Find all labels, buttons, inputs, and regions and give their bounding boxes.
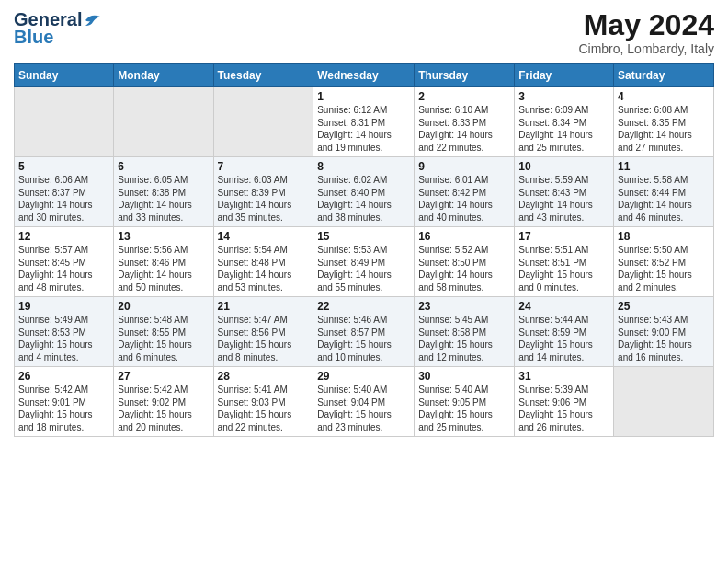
- calendar-week-2: 5Sunrise: 6:06 AMSunset: 8:37 PMDaylight…: [15, 157, 714, 227]
- day-info: Sunrise: 5:48 AMSunset: 8:55 PMDaylight:…: [118, 314, 209, 363]
- calendar-cell: 23Sunrise: 5:45 AMSunset: 8:58 PMDayligh…: [415, 297, 515, 367]
- day-info: Sunrise: 6:12 AMSunset: 8:31 PMDaylight:…: [317, 104, 410, 154]
- day-info: Sunrise: 5:58 AMSunset: 8:44 PMDaylight:…: [618, 174, 710, 224]
- col-thursday: Thursday: [415, 64, 515, 87]
- calendar-cell: 22Sunrise: 5:46 AMSunset: 8:57 PMDayligh…: [313, 297, 415, 367]
- header: General Blue May 2024 Cimbro, Lombardy, …: [14, 9, 714, 56]
- calendar-cell: 9Sunrise: 6:01 AMSunset: 8:42 PMDaylight…: [415, 157, 515, 227]
- calendar-cell: 13Sunrise: 5:56 AMSunset: 8:46 PMDayligh…: [114, 227, 213, 297]
- calendar-cell: 27Sunrise: 5:42 AMSunset: 9:02 PMDayligh…: [114, 367, 213, 437]
- day-number: 1: [317, 90, 410, 103]
- calendar-cell: 30Sunrise: 5:40 AMSunset: 9:05 PMDayligh…: [415, 367, 515, 437]
- day-info: Sunrise: 5:52 AMSunset: 8:50 PMDaylight:…: [418, 244, 510, 293]
- day-number: 9: [418, 160, 510, 173]
- calendar-header-row: Sunday Monday Tuesday Wednesday Thursday…: [15, 64, 714, 87]
- calendar-cell: 5Sunrise: 6:06 AMSunset: 8:37 PMDaylight…: [15, 157, 114, 227]
- day-number: 6: [118, 160, 209, 173]
- calendar-cell: 18Sunrise: 5:50 AMSunset: 8:52 PMDayligh…: [614, 227, 714, 297]
- day-number: 20: [118, 300, 209, 313]
- day-info: Sunrise: 5:43 AMSunset: 9:00 PMDaylight:…: [618, 314, 710, 363]
- day-number: 29: [317, 370, 410, 383]
- day-info: Sunrise: 5:40 AMSunset: 9:04 PMDaylight:…: [317, 384, 410, 433]
- calendar-cell: 1Sunrise: 6:12 AMSunset: 8:31 PMDaylight…: [313, 87, 415, 157]
- calendar-cell: 17Sunrise: 5:51 AMSunset: 8:51 PMDayligh…: [515, 227, 614, 297]
- day-info: Sunrise: 5:40 AMSunset: 9:05 PMDaylight:…: [418, 384, 510, 433]
- day-info: Sunrise: 5:51 AMSunset: 8:51 PMDaylight:…: [518, 244, 609, 293]
- calendar-week-5: 26Sunrise: 5:42 AMSunset: 9:01 PMDayligh…: [15, 367, 714, 437]
- day-number: 28: [218, 370, 310, 383]
- day-number: 10: [518, 160, 609, 173]
- logo-blue: Blue: [14, 27, 53, 48]
- day-number: 24: [518, 300, 609, 313]
- day-number: 12: [18, 230, 109, 243]
- day-number: 31: [518, 370, 609, 383]
- day-number: 17: [518, 230, 609, 243]
- day-info: Sunrise: 5:41 AMSunset: 9:03 PMDaylight:…: [218, 384, 310, 433]
- calendar-cell: 20Sunrise: 5:48 AMSunset: 8:55 PMDayligh…: [114, 297, 213, 367]
- day-info: Sunrise: 6:09 AMSunset: 8:34 PMDaylight:…: [518, 104, 609, 154]
- day-number: 8: [317, 160, 410, 173]
- day-info: Sunrise: 5:42 AMSunset: 9:01 PMDaylight:…: [18, 384, 109, 433]
- day-info: Sunrise: 6:10 AMSunset: 8:33 PMDaylight:…: [418, 104, 510, 154]
- day-info: Sunrise: 6:06 AMSunset: 8:37 PMDaylight:…: [18, 174, 109, 224]
- day-info: Sunrise: 5:49 AMSunset: 8:53 PMDaylight:…: [18, 314, 109, 363]
- day-number: 2: [418, 90, 510, 103]
- day-number: 25: [618, 300, 710, 313]
- day-info: Sunrise: 6:05 AMSunset: 8:38 PMDaylight:…: [118, 174, 209, 224]
- month-title: May 2024: [578, 9, 714, 41]
- calendar-cell: 28Sunrise: 5:41 AMSunset: 9:03 PMDayligh…: [213, 367, 313, 437]
- day-info: Sunrise: 6:02 AMSunset: 8:40 PMDaylight:…: [317, 174, 410, 224]
- calendar-cell: 16Sunrise: 5:52 AMSunset: 8:50 PMDayligh…: [415, 227, 515, 297]
- calendar-cell: 4Sunrise: 6:08 AMSunset: 8:35 PMDaylight…: [614, 87, 714, 157]
- day-info: Sunrise: 5:46 AMSunset: 8:57 PMDaylight:…: [317, 314, 410, 363]
- calendar-cell: 15Sunrise: 5:53 AMSunset: 8:49 PMDayligh…: [313, 227, 415, 297]
- calendar-cell: 19Sunrise: 5:49 AMSunset: 8:53 PMDayligh…: [15, 297, 114, 367]
- logo: General Blue: [14, 9, 102, 48]
- day-info: Sunrise: 6:03 AMSunset: 8:39 PMDaylight:…: [218, 174, 310, 224]
- day-number: 3: [518, 90, 609, 103]
- day-number: 19: [18, 300, 109, 313]
- day-number: 22: [317, 300, 410, 313]
- day-info: Sunrise: 5:44 AMSunset: 8:59 PMDaylight:…: [518, 314, 609, 363]
- calendar-cell: 2Sunrise: 6:10 AMSunset: 8:33 PMDaylight…: [415, 87, 515, 157]
- calendar-cell: 24Sunrise: 5:44 AMSunset: 8:59 PMDayligh…: [515, 297, 614, 367]
- title-area: May 2024 Cimbro, Lombardy, Italy: [578, 9, 714, 56]
- day-info: Sunrise: 5:57 AMSunset: 8:45 PMDaylight:…: [18, 244, 109, 293]
- calendar-cell: 25Sunrise: 5:43 AMSunset: 9:00 PMDayligh…: [614, 297, 714, 367]
- col-monday: Monday: [114, 64, 213, 87]
- calendar-cell: [15, 87, 114, 157]
- day-info: Sunrise: 5:39 AMSunset: 9:06 PMDaylight:…: [518, 384, 609, 433]
- day-number: 14: [218, 230, 310, 243]
- day-info: Sunrise: 5:50 AMSunset: 8:52 PMDaylight:…: [618, 244, 710, 293]
- day-number: 11: [618, 160, 710, 173]
- calendar-cell: [614, 367, 714, 437]
- day-number: 15: [317, 230, 410, 243]
- calendar-table: Sunday Monday Tuesday Wednesday Thursday…: [14, 63, 714, 437]
- day-info: Sunrise: 6:01 AMSunset: 8:42 PMDaylight:…: [418, 174, 510, 224]
- calendar-cell: 31Sunrise: 5:39 AMSunset: 9:06 PMDayligh…: [515, 367, 614, 437]
- day-number: 18: [618, 230, 710, 243]
- day-info: Sunrise: 5:45 AMSunset: 8:58 PMDaylight:…: [418, 314, 510, 363]
- day-info: Sunrise: 5:59 AMSunset: 8:43 PMDaylight:…: [518, 174, 609, 224]
- day-info: Sunrise: 6:08 AMSunset: 8:35 PMDaylight:…: [618, 104, 710, 154]
- calendar-week-1: 1Sunrise: 6:12 AMSunset: 8:31 PMDaylight…: [15, 87, 714, 157]
- calendar-cell: 14Sunrise: 5:54 AMSunset: 8:48 PMDayligh…: [213, 227, 313, 297]
- calendar-cell: 11Sunrise: 5:58 AMSunset: 8:44 PMDayligh…: [614, 157, 714, 227]
- day-number: 27: [118, 370, 209, 383]
- col-saturday: Saturday: [614, 64, 714, 87]
- calendar-week-4: 19Sunrise: 5:49 AMSunset: 8:53 PMDayligh…: [15, 297, 714, 367]
- day-info: Sunrise: 5:42 AMSunset: 9:02 PMDaylight:…: [118, 384, 209, 433]
- day-number: 30: [418, 370, 510, 383]
- calendar-cell: 8Sunrise: 6:02 AMSunset: 8:40 PMDaylight…: [313, 157, 415, 227]
- page-container: General Blue May 2024 Cimbro, Lombardy, …: [0, 0, 728, 446]
- calendar-cell: 29Sunrise: 5:40 AMSunset: 9:04 PMDayligh…: [313, 367, 415, 437]
- day-number: 16: [418, 230, 510, 243]
- day-info: Sunrise: 5:54 AMSunset: 8:48 PMDaylight:…: [218, 244, 310, 293]
- day-info: Sunrise: 5:47 AMSunset: 8:56 PMDaylight:…: [218, 314, 310, 363]
- col-friday: Friday: [515, 64, 614, 87]
- day-number: 26: [18, 370, 109, 383]
- calendar-cell: 7Sunrise: 6:03 AMSunset: 8:39 PMDaylight…: [213, 157, 313, 227]
- calendar-cell: [213, 87, 313, 157]
- calendar-cell: 6Sunrise: 6:05 AMSunset: 8:38 PMDaylight…: [114, 157, 213, 227]
- day-number: 7: [218, 160, 310, 173]
